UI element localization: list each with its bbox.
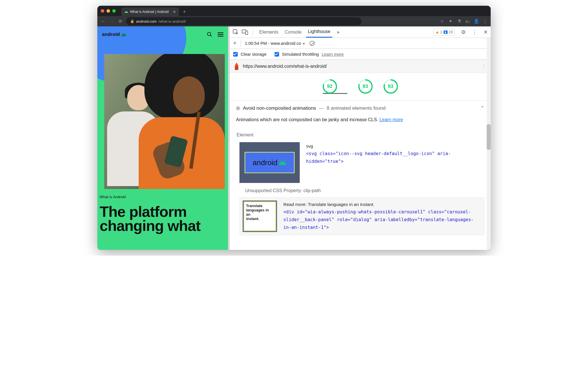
audit-description: Animations which are not composited can … [236, 116, 484, 123]
lighthouse-icon [234, 63, 239, 70]
reading-list-icon[interactable]: ≡♪ [465, 19, 471, 24]
chevron-up-icon: ⌃ [480, 105, 484, 111]
element-thumbnail-1[interactable]: android [239, 142, 300, 183]
hamburger-menu-icon[interactable] [218, 32, 223, 37]
svg-line-2 [122, 33, 123, 34]
tab-elements[interactable]: Elements [258, 26, 280, 38]
more-tabs-icon[interactable]: » [335, 29, 341, 35]
element-row-2: Translate languages in an instant. Read … [239, 197, 484, 235]
page-header: android [97, 26, 228, 43]
simulated-throttling-checkbox[interactable] [274, 52, 279, 57]
clear-storage-checkbox[interactable] [233, 52, 238, 57]
svg-point-1 [127, 12, 127, 12]
page-headline: The platformchanging what [100, 205, 228, 233]
sub-issue-label: Unsupported CSS Property: clip-path [245, 188, 484, 193]
svg-line-7 [210, 35, 212, 37]
issues-badge[interactable]: ▲1▮23 [433, 29, 455, 36]
fullscreen-window-icon[interactable] [112, 9, 116, 13]
bookmark-star-icon[interactable]: ☆ [439, 19, 445, 24]
score-gauge-2[interactable]: 93 [358, 79, 373, 94]
svg-point-4 [123, 35, 123, 35]
devtools-panel: Elements Console Lighthouse » ▲1▮23 ⚙ ⋮ … [230, 26, 491, 250]
element-section-label: Element [237, 132, 484, 138]
simulated-throttling-label: Simulated throttling [282, 52, 319, 57]
new-tab-button[interactable]: + [183, 9, 186, 15]
element-row-1: android svg <svg class="icon--svg header… [239, 142, 484, 183]
devtools-tabbar: Elements Console Lighthouse » ▲1▮23 ⚙ ⋮ … [230, 26, 491, 38]
clear-reports-icon[interactable] [310, 41, 315, 46]
tab-console[interactable]: Console [283, 26, 303, 38]
close-window-icon[interactable] [101, 9, 104, 13]
extensions-icon[interactable]: ✦ [448, 19, 453, 24]
brand-logo[interactable]: android [102, 32, 127, 37]
svg-line-15 [285, 160, 285, 162]
url-host: android.com [136, 19, 157, 24]
score-gauge-1[interactable]: 92 [323, 79, 337, 94]
bugdroid-icon [278, 160, 287, 165]
svg-line-14 [280, 160, 281, 162]
android-favicon-icon [124, 10, 128, 14]
reload-button[interactable]: ⟳ [117, 19, 123, 24]
window-titlebar: What is Android | Android ✕ + [97, 6, 491, 16]
audit-title: Avoid non-composited animations [243, 105, 316, 111]
audit-status-icon [236, 106, 240, 110]
element-code-1[interactable]: <svg class="icon--svg header-default__lo… [306, 150, 484, 165]
tab-title: What is Android | Android [130, 10, 169, 14]
svg-point-6 [208, 32, 211, 36]
close-devtools-icon[interactable]: ✕ [483, 29, 488, 35]
inspect-element-icon[interactable] [233, 29, 239, 35]
url-path: /what-is-android/ [158, 19, 186, 24]
browser-tab[interactable]: What is Android | Android ✕ [121, 7, 179, 16]
score-gauges: 92 93 93 [230, 73, 491, 100]
svg-point-5 [125, 35, 125, 35]
lighthouse-toolbar: + 1:00:54 PM - www.android.co ▼ [230, 38, 491, 49]
element-tag-1: svg [306, 142, 484, 150]
audited-url: https://www.android.com/what-is-android/ [243, 64, 327, 69]
devtools-menu-icon[interactable]: ⋮ [472, 29, 477, 35]
nav-toolbar: ← → ⟳ 🔒 android.com/what-is-android/ ☆ ✦… [97, 16, 491, 26]
brand-text: android [102, 32, 120, 37]
audit-item: Avoid non-composited animations — 8 anim… [230, 100, 491, 240]
browser-menu-icon[interactable]: ⋮ [482, 19, 488, 24]
browser-window: What is Android | Android ✕ + ← → ⟳ 🔒 an… [97, 6, 491, 250]
audit-subtitle: 8 animated elements found [327, 105, 386, 111]
window-controls [101, 9, 116, 13]
labs-flask-icon[interactable]: ⚗ [456, 19, 462, 24]
svg-point-0 [125, 12, 126, 12]
forward-button[interactable]: → [109, 19, 115, 24]
audit-learn-more-link[interactable]: Learn more [380, 117, 403, 122]
clear-storage-label: Clear storage [241, 52, 266, 57]
element-code-2[interactable]: <div id="wia-always-pushing-whats-possib… [283, 208, 481, 231]
device-toolbar-icon[interactable] [242, 29, 248, 35]
rendered-page: android What is Android The platformchan… [97, 26, 228, 250]
tab-lighthouse[interactable]: Lighthouse [306, 26, 332, 38]
bugdroid-icon [121, 32, 127, 36]
svg-rect-13 [245, 31, 248, 34]
audited-url-row: https://www.android.com/what-is-android/… [230, 60, 491, 73]
element-readmore-2: Read more: Translate languages in an ins… [283, 200, 481, 208]
page-kicker: What is Android [100, 195, 228, 199]
audit-header[interactable]: Avoid non-composited animations — 8 anim… [236, 105, 484, 111]
devtools-scrollbar[interactable] [487, 38, 491, 250]
hero-image [104, 54, 225, 189]
back-button[interactable]: ← [100, 19, 106, 24]
lighthouse-options: Clear storage Simulated throttling Learn… [230, 49, 491, 60]
search-icon[interactable] [207, 32, 212, 37]
element-thumbnail-2[interactable]: Translate languages in an instant. [243, 200, 277, 232]
throttling-learn-more-link[interactable]: Learn more [322, 52, 344, 57]
lock-icon: 🔒 [130, 19, 134, 23]
new-report-button[interactable]: + [233, 40, 237, 47]
score-gauge-3[interactable]: 93 [384, 79, 398, 94]
settings-gear-icon[interactable]: ⚙ [461, 29, 466, 35]
report-selector[interactable]: 1:00:54 PM - www.android.co ▼ [245, 41, 305, 46]
svg-line-3 [125, 33, 126, 34]
address-bar[interactable]: 🔒 android.com/what-is-android/ [126, 17, 361, 25]
report-menu-icon[interactable]: ⋮ [481, 63, 487, 70]
profile-avatar-icon[interactable]: 👤 [473, 19, 479, 24]
minimize-window-icon[interactable] [107, 9, 110, 13]
close-tab-icon[interactable]: ✕ [173, 10, 176, 14]
